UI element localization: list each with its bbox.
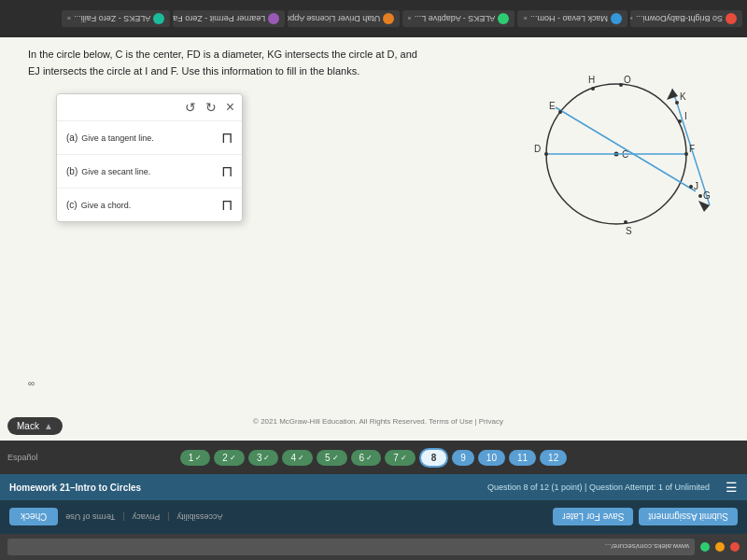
- svg-point-24: [624, 220, 627, 224]
- nav-q4[interactable]: 4✓: [282, 450, 313, 466]
- nav-q9[interactable]: 9: [452, 450, 474, 466]
- url-bar[interactable]: www.aleks.com/secure/...: [7, 539, 695, 555]
- close-dropdown-icon[interactable]: ×: [226, 99, 234, 116]
- nav-q2[interactable]: 2✓: [214, 450, 245, 466]
- svg-point-16: [698, 194, 702, 198]
- close-window-btn[interactable]: [730, 542, 740, 552]
- undo-icon[interactable]: ↺: [185, 100, 196, 115]
- maximize-window-btn[interactable]: [700, 542, 710, 552]
- svg-point-14: [675, 101, 679, 105]
- svg-point-10: [591, 87, 595, 91]
- taskbar-item-2[interactable]: Mack Levao - Hom... ×: [517, 10, 627, 27]
- dropdown-item-c-icon: ⊓: [221, 196, 233, 214]
- answer-dropdown-panel: ↺ ↻ × (a) Give a tangent line. ⊓ (b) Giv…: [56, 93, 243, 222]
- submit-assignment-button[interactable]: Submit Assignment: [639, 509, 738, 526]
- user-profile[interactable]: Mack ▲: [7, 417, 63, 435]
- svg-text:G: G: [703, 190, 711, 201]
- svg-point-8: [684, 152, 688, 156]
- redo-icon[interactable]: ↻: [205, 100, 217, 115]
- nav-q6[interactable]: 6✓: [351, 450, 382, 466]
- minimize-window-btn[interactable]: [715, 542, 725, 552]
- browser-topbar: www.aleks.com/secure/...: [0, 534, 747, 560]
- nav-q7[interactable]: 7✓: [385, 450, 416, 466]
- scoring-note: ∞: [28, 378, 35, 388]
- svg-point-18: [558, 110, 562, 114]
- taskbar-item-5[interactable]: Learner Permit - Zero Faili... ×: [173, 10, 285, 27]
- svg-text:F: F: [689, 144, 695, 154]
- espanol-label[interactable]: Español: [7, 453, 38, 462]
- svg-marker-26: [667, 89, 678, 100]
- svg-point-6: [544, 152, 548, 156]
- taskbar: So Bright-BabyDowni... × Mack Levao - Ho…: [0, 0, 747, 37]
- taskbar-item-1[interactable]: So Bright-BabyDowni... ×: [630, 10, 742, 27]
- content-area: Homework 21–Intro to Circles Question 8 …: [0, 37, 747, 500]
- dropdown-item-c[interactable]: (c) Give a chord. ⊓: [57, 189, 242, 221]
- svg-text:J: J: [694, 181, 698, 191]
- svg-text:I: I: [684, 111, 687, 121]
- aleks-header: Submit Assignment Save For Later Accessi…: [0, 500, 747, 534]
- taskbar-item-6[interactable]: ALEKS - Zero Faili... ×: [62, 10, 171, 27]
- main-question-area: In the circle below, C is the center, FD…: [28, 47, 728, 430]
- taskbar-item-4[interactable]: Utah Driver License Appo... ×: [288, 10, 400, 27]
- svg-line-4: [556, 107, 696, 191]
- question-text: In the circle below, C is the center, FD…: [28, 47, 420, 79]
- user-name: Mack: [17, 421, 39, 431]
- svg-text:D: D: [534, 144, 541, 154]
- nav-q11[interactable]: 11: [509, 450, 536, 466]
- svg-text:H: H: [588, 75, 595, 85]
- svg-text:E: E: [549, 101, 556, 111]
- save-for-later-button[interactable]: Save For Later: [553, 509, 633, 526]
- dropdown-item-a[interactable]: (a) Give a tangent line. ⊓: [57, 121, 242, 155]
- dropdown-item-a-icon: ⊓: [221, 129, 233, 147]
- dropdown-item-b-icon: ⊓: [221, 162, 233, 180]
- privacy-link[interactable]: Privacy: [133, 512, 161, 522]
- svg-text:S: S: [626, 226, 632, 236]
- taskbar-item-3[interactable]: ALEKS - Adaptive L... ×: [402, 10, 514, 27]
- svg-point-12: [619, 83, 623, 87]
- nav-q5[interactable]: 5✓: [317, 450, 347, 466]
- hamburger-menu-icon[interactable]: ☰: [726, 480, 738, 495]
- svg-point-20: [678, 119, 682, 123]
- terms-link[interactable]: Terms of Use: [65, 512, 115, 522]
- status-bar: Homework 21–Intro to Circles Question 8 …: [0, 474, 747, 500]
- nav-q8-active[interactable]: 8: [419, 448, 449, 468]
- nav-q12[interactable]: 12: [540, 450, 567, 466]
- nav-q1[interactable]: 1✓: [180, 450, 211, 466]
- dropdown-header: ↺ ↻ ×: [57, 94, 242, 121]
- check-button[interactable]: Check: [9, 509, 58, 526]
- svg-point-22: [689, 185, 693, 189]
- nav-q3[interactable]: 3✓: [248, 450, 279, 466]
- question-attempt-info: Question 8 of 12 (1 point) | Question At…: [487, 483, 710, 492]
- copyright: © 2021 McGraw-Hill Education. All Rights…: [253, 417, 503, 426]
- dropdown-item-b[interactable]: (b) Give a secant line. ⊓: [57, 155, 242, 189]
- circle-diagram-svg: C D: [514, 51, 719, 257]
- circle-diagram: C D: [514, 51, 719, 257]
- nav-q10[interactable]: 10: [478, 450, 505, 466]
- accessibility-link[interactable]: Accessibility: [177, 512, 223, 522]
- svg-text:K: K: [680, 91, 686, 102]
- svg-text:O: O: [624, 75, 631, 85]
- homework-title: Homework 21–Intro to Circles: [9, 483, 141, 493]
- question-nav-bar: Español 1✓ 2✓ 3✓ 4✓ 5✓ 6✓ 7✓: [0, 441, 747, 474]
- browser-window: www.aleks.com/secure/... Submit Assignme…: [0, 37, 747, 560]
